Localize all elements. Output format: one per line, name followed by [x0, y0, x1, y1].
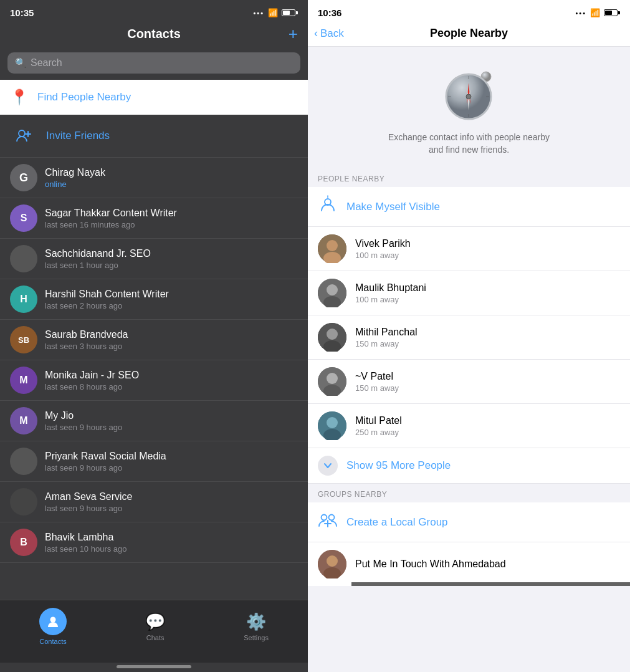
- svg-point-20: [327, 284, 338, 295]
- avatar: G: [10, 164, 37, 191]
- svg-point-0: [19, 130, 25, 137]
- svg-point-13: [466, 94, 471, 99]
- make-visible-icon: [318, 194, 338, 219]
- avatar: H: [10, 286, 37, 313]
- people-nearby-section-header: PEOPLE NEARBY: [308, 168, 630, 187]
- contact-name: Chirag Nayak: [45, 167, 298, 178]
- list-item[interactable]: S Sagar Thakkar Content Writer last seen…: [0, 198, 308, 239]
- home-indicator-left: [0, 663, 308, 672]
- person-info: Maulik Bhuptani 100 m away: [355, 282, 620, 304]
- avatar: S: [10, 204, 37, 232]
- list-item[interactable]: ~V Patel 150 m away: [308, 360, 630, 404]
- list-item[interactable]: SB Saurab Brandveda last seen 3 hours ag…: [0, 320, 308, 360]
- person-distance: 100 m away: [355, 295, 620, 304]
- status-bar-right: 10:36 ••• 📶: [308, 0, 630, 22]
- chevron-down-icon: [318, 456, 338, 476]
- svg-point-17: [327, 240, 338, 251]
- contact-name: Priyank Raval Social Media: [45, 451, 298, 462]
- list-item[interactable]: Mithil Panchal 150 m away: [308, 315, 630, 360]
- compass-icon: [441, 65, 497, 122]
- avatar: [318, 279, 346, 307]
- list-item[interactable]: H Harshil Shah Content Writer last seen …: [0, 279, 308, 320]
- back-button[interactable]: ‹ Back: [314, 27, 344, 40]
- nav-bar-right: ‹ Back People Nearby: [308, 22, 630, 47]
- avatar: [318, 367, 346, 396]
- list-item[interactable]: Aman Seva Service last seen 9 hours ago: [0, 482, 308, 522]
- compass-description: Exchange contact info with people nearby…: [388, 132, 550, 156]
- avatar: [318, 550, 346, 578]
- person-name: ~V Patel: [355, 371, 620, 382]
- svg-point-36: [327, 555, 338, 567]
- groups-nearby-section-header: GROUPS NEARBY: [308, 484, 630, 502]
- person-distance: 150 m away: [355, 339, 620, 348]
- avatar: [318, 234, 346, 263]
- avatar: SB: [10, 326, 37, 353]
- avatar: B: [10, 529, 37, 556]
- list-item[interactable]: G Chirag Nayak online: [0, 158, 308, 198]
- contact-status: last seen 9 hours ago: [45, 463, 298, 473]
- contact-name: Sagar Thakkar Content Writer: [45, 208, 298, 219]
- invite-friends-item[interactable]: Invite Friends: [0, 115, 308, 158]
- create-local-group-item[interactable]: Create a Local Group: [308, 502, 630, 542]
- list-item[interactable]: Sachchidanand Jr. SEO last seen 1 hour a…: [0, 239, 308, 279]
- list-item[interactable]: Priyank Raval Social Media last seen 9 h…: [0, 441, 308, 482]
- wifi-icon-right: 📶: [590, 8, 600, 17]
- status-icons-right: ••• 📶: [575, 8, 620, 17]
- list-item[interactable]: M Monika Jain - Jr SEO last seen 8 hours…: [0, 360, 308, 401]
- contact-info: Aman Seva Service last seen 9 hours ago: [45, 491, 298, 513]
- search-bar-container: 🔍 Search: [0, 49, 308, 80]
- avatar: M: [10, 367, 37, 394]
- tab-chats[interactable]: 💬 Chats: [133, 610, 178, 644]
- show-more-people-item[interactable]: Show 95 More People: [308, 448, 630, 484]
- tab-settings[interactable]: ⚙️ Settings: [231, 610, 281, 644]
- search-bar[interactable]: 🔍 Search: [7, 52, 300, 74]
- avatar: [318, 323, 346, 352]
- contact-status: last seen 1 hour ago: [45, 261, 298, 270]
- contact-name: Monika Jain - Jr SEO: [45, 370, 298, 381]
- compass-section: Exchange contact info with people nearby…: [308, 47, 630, 168]
- tab-contacts[interactable]: Contacts: [27, 605, 79, 648]
- list-item[interactable]: B Bhavik Lambha last seen 10 hours ago: [0, 522, 308, 563]
- groups-list: Create a Local Group Put Me In Touch Wit…: [308, 502, 630, 586]
- contact-status: last seen 16 minutes ago: [45, 220, 298, 229]
- status-bar-left: 10:35 ••• 📶: [0, 0, 308, 22]
- dots-icon-left: •••: [253, 9, 264, 17]
- settings-icon: ⚙️: [246, 612, 266, 631]
- list-item[interactable]: M My Jio last seen 9 hours ago: [0, 401, 308, 441]
- person-info: Vivek Parikh 100 m away: [355, 238, 620, 260]
- contact-status: last seen 9 hours ago: [45, 504, 298, 513]
- avatar: [10, 245, 37, 272]
- search-icon: 🔍: [15, 57, 27, 69]
- put-in-touch-item[interactable]: Put Me In Touch With Ahmedabad: [308, 542, 630, 586]
- person-name: Maulik Bhuptani: [355, 282, 620, 294]
- contact-name: Sachchidanand Jr. SEO: [45, 248, 298, 259]
- contacts-icon: [39, 608, 67, 635]
- contact-info: Saurab Brandveda last seen 3 hours ago: [45, 329, 298, 351]
- chats-icon: 💬: [145, 612, 165, 631]
- groups-nearby-section: GROUPS NEARBY Create a Local Group: [308, 484, 630, 586]
- person-name: Mithil Panchal: [355, 327, 620, 338]
- avatar: M: [10, 407, 37, 434]
- list-item[interactable]: Mitul Patel 250 m away: [308, 404, 630, 448]
- make-visible-label: Make Myself Visible: [346, 201, 440, 213]
- avatar: [10, 448, 37, 475]
- contact-status: online: [45, 180, 298, 189]
- person-name: Vivek Parikh: [355, 238, 620, 249]
- make-visible-item[interactable]: Make Myself Visible: [308, 187, 630, 227]
- status-time-right: 10:36: [318, 7, 341, 18]
- add-contact-button[interactable]: +: [289, 24, 298, 44]
- list-item[interactable]: Vivek Parikh 100 m away: [308, 227, 630, 271]
- find-people-nearby-item[interactable]: 📍 Find People Nearby: [0, 80, 308, 115]
- contact-info: Chirag Nayak online: [45, 167, 298, 189]
- person-name: Mitul Patel: [355, 415, 620, 426]
- show-more-label: Show 95 More People: [346, 459, 451, 472]
- dots-icon-right: •••: [575, 9, 586, 17]
- avatar: [318, 411, 346, 440]
- list-item[interactable]: Maulik Bhuptani 100 m away: [308, 271, 630, 315]
- person-info: Mithil Panchal 150 m away: [355, 327, 620, 348]
- tab-bar-left: Contacts 💬 Chats ⚙️ Settings: [0, 600, 308, 663]
- contact-name: Aman Seva Service: [45, 491, 298, 502]
- battery-icon-left: [282, 9, 298, 16]
- create-group-icon: [318, 510, 338, 534]
- status-time-left: 10:35: [10, 7, 34, 18]
